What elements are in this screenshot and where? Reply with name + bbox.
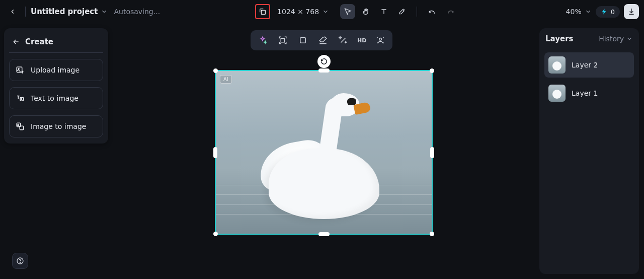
- create-title: Create: [25, 37, 53, 46]
- rotate-handle[interactable]: [317, 55, 331, 68]
- image-to-image-button[interactable]: Image to image: [9, 115, 103, 137]
- download-button[interactable]: [624, 4, 639, 19]
- tab-history[interactable]: History: [599, 35, 633, 43]
- help-button[interactable]: [12, 253, 28, 269]
- back-button[interactable]: [5, 4, 20, 19]
- zoom-dropdown[interactable]: 40%: [566, 8, 592, 16]
- text-tool[interactable]: [376, 4, 391, 19]
- resize-handle-tr[interactable]: [430, 68, 434, 73]
- project-title: Untitled project: [31, 7, 98, 16]
- arrow-left-icon: [12, 38, 20, 46]
- chevron-down-icon: [322, 8, 329, 15]
- brush-tool[interactable]: [394, 4, 410, 19]
- upload-image-button[interactable]: Upload image: [9, 59, 103, 81]
- resize-handle-left[interactable]: [213, 147, 217, 158]
- upload-image-label: Upload image: [31, 66, 79, 74]
- layer-name: Layer 1: [572, 89, 598, 97]
- svg-rect-10: [300, 38, 306, 43]
- ai-edit-button[interactable]: [254, 33, 272, 47]
- divider: [417, 7, 417, 17]
- magic-wand-button[interactable]: [334, 33, 352, 47]
- resize-handle-bl[interactable]: [213, 232, 218, 236]
- text-to-image-button[interactable]: Text to image: [9, 87, 103, 109]
- svg-rect-9: [281, 38, 285, 42]
- redo-button[interactable]: [443, 4, 458, 19]
- canvas-dimensions-label: 1024 × 768: [277, 8, 319, 16]
- selected-layer[interactable]: AI: [215, 70, 433, 235]
- credits-count: 0: [611, 8, 615, 16]
- resize-handle-br[interactable]: [430, 232, 434, 236]
- generative-expand-button[interactable]: [274, 33, 292, 47]
- layer-thumbnail: [548, 56, 566, 74]
- divider: [25, 7, 26, 17]
- top-bar: Untitled project Autosaving... 1024 × 76…: [0, 0, 644, 23]
- tab-layers[interactable]: Layers: [545, 34, 574, 43]
- right-panel: Layers History Layer 2 Layer 1: [539, 28, 639, 274]
- undo-button[interactable]: [424, 4, 439, 19]
- remove-background-button[interactable]: [371, 33, 389, 47]
- chevron-down-icon: [626, 35, 633, 42]
- project-title-dropdown[interactable]: Untitled project: [31, 7, 108, 16]
- erase-button[interactable]: [314, 33, 332, 47]
- context-toolbar: HD: [251, 30, 392, 50]
- zoom-label: 40%: [566, 8, 582, 16]
- svg-point-13: [20, 262, 20, 263]
- resize-canvas-button[interactable]: [255, 4, 270, 19]
- layer-item[interactable]: Layer 1: [544, 81, 634, 106]
- svg-point-11: [379, 38, 382, 41]
- crop-button[interactable]: [294, 33, 312, 47]
- hd-upscale-button[interactable]: HD: [354, 33, 369, 47]
- hd-label: HD: [357, 37, 366, 44]
- pan-tool[interactable]: [358, 4, 373, 19]
- resize-handle-tl[interactable]: [213, 68, 218, 73]
- resize-handle-bottom[interactable]: [318, 232, 330, 236]
- svg-rect-0: [261, 10, 265, 14]
- layer-item[interactable]: Layer 2: [544, 52, 634, 78]
- resize-handle-top[interactable]: [318, 68, 330, 73]
- text-to-image-icon: [16, 94, 25, 103]
- layer-name: Layer 2: [572, 61, 598, 69]
- svg-point-5: [21, 98, 22, 99]
- image-to-image-icon: [16, 122, 25, 131]
- layer-thumbnail: [548, 85, 566, 102]
- select-tool[interactable]: [340, 4, 355, 19]
- canvas-image: [216, 71, 432, 234]
- image-to-image-label: Image to image: [31, 122, 86, 130]
- ai-badge: AI: [220, 75, 232, 84]
- chevron-down-icon: [585, 8, 592, 15]
- left-panel: Create Upload image Text to image Image …: [4, 28, 108, 144]
- chevron-down-icon: [101, 8, 108, 15]
- upload-image-icon: [16, 65, 25, 75]
- resize-handle-right[interactable]: [430, 147, 434, 158]
- create-header[interactable]: Create: [9, 33, 103, 53]
- svg-rect-2: [17, 67, 22, 73]
- canvas-dimensions-dropdown[interactable]: 1024 × 768: [274, 7, 332, 17]
- bolt-icon: [601, 8, 608, 15]
- text-to-image-label: Text to image: [31, 94, 78, 102]
- save-status: Autosaving...: [114, 8, 160, 16]
- credits-pill[interactable]: 0: [596, 6, 620, 18]
